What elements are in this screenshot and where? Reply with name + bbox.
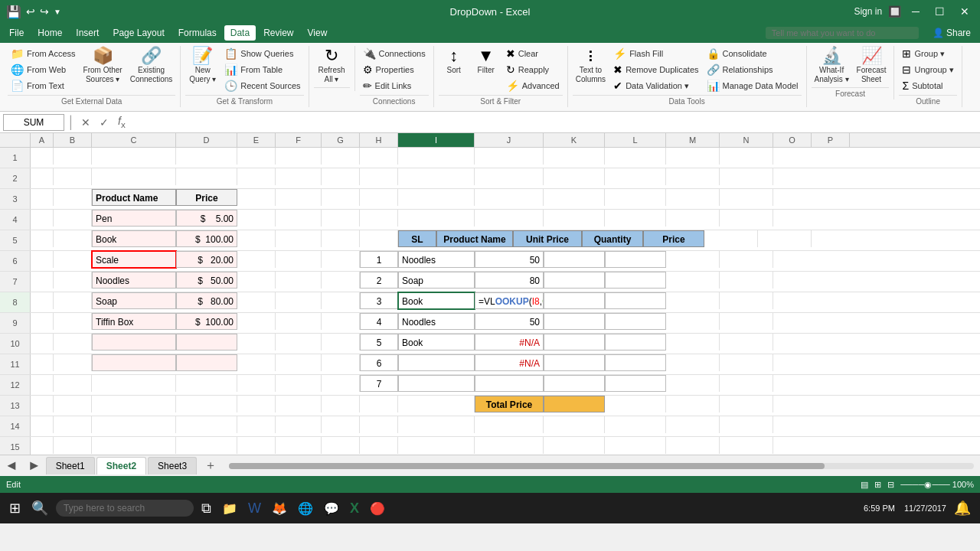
cell-k8[interactable]: [544, 292, 605, 309]
cell-n7[interactable]: [720, 272, 773, 289]
taskbar-search[interactable]: [56, 500, 194, 517]
cell-c2[interactable]: [92, 168, 176, 185]
search-icon[interactable]: 🔍: [28, 497, 51, 520]
name-box[interactable]: [3, 114, 64, 131]
cell-d9[interactable]: $ 100.00: [176, 313, 237, 330]
cell-c6[interactable]: Scale: [92, 251, 176, 268]
flash-fill-button[interactable]: ⚡ Flash Fill: [610, 46, 701, 61]
notifications-icon[interactable]: 🔔: [951, 497, 974, 520]
show-queries-button[interactable]: 📋 Show Queries: [221, 46, 303, 61]
menu-page-layout[interactable]: Page Layout: [106, 25, 170, 41]
cell-h11[interactable]: 6: [360, 354, 398, 371]
cell-a6[interactable]: [31, 251, 54, 268]
cancel-formula-button[interactable]: ✕: [78, 115, 93, 130]
cell-j10[interactable]: #N/A: [475, 334, 544, 350]
menu-review[interactable]: Review: [257, 25, 299, 41]
cell-k5-quantity[interactable]: Quantity: [582, 230, 643, 247]
cell-g4[interactable]: [322, 210, 360, 227]
cell-n6[interactable]: [720, 251, 773, 268]
cell-a10[interactable]: [31, 334, 54, 350]
cell-c7[interactable]: Noodles: [92, 272, 176, 289]
col-header-o[interactable]: O: [773, 133, 812, 147]
cell-j4[interactable]: [475, 210, 544, 227]
cell-a3[interactable]: [31, 189, 54, 206]
cell-j6[interactable]: 50: [475, 251, 544, 268]
cell-j2[interactable]: [475, 168, 544, 185]
cell-c3[interactable]: Product Name: [92, 189, 176, 206]
cell-d3[interactable]: Price: [176, 189, 237, 206]
cell-k1[interactable]: [544, 148, 605, 165]
cell-a13[interactable]: [31, 396, 54, 412]
cell-e5[interactable]: [237, 230, 276, 247]
sheet-tab-2[interactable]: Sheet2: [96, 457, 146, 474]
cell-m2[interactable]: [666, 168, 720, 185]
cell-b9[interactable]: [54, 313, 92, 330]
cell-g13[interactable]: [322, 396, 360, 412]
cell-c10[interactable]: [92, 334, 176, 350]
cell-m7[interactable]: [666, 272, 720, 289]
cell-f7[interactable]: [276, 272, 322, 289]
cell-h2[interactable]: [360, 168, 398, 185]
relationships-button[interactable]: 🔗 Relationships: [704, 62, 802, 77]
cell-i5-productname[interactable]: Product Name: [436, 230, 513, 247]
cell-e2[interactable]: [237, 168, 276, 185]
page-layout-icon[interactable]: ⊞: [874, 480, 881, 490]
cell-j8-formula[interactable]: =VLOOKUP(I8,C6:D11,2,FALSE) VLOOKUP(look…: [475, 292, 544, 309]
cell-k13-total-val[interactable]: [544, 396, 605, 412]
cell-c11[interactable]: [92, 354, 176, 371]
cell-k6[interactable]: [544, 251, 605, 268]
cell-i4[interactable]: [398, 210, 475, 227]
sort-button[interactable]: ↕ Sort: [439, 46, 469, 77]
col-header-c[interactable]: C: [92, 133, 176, 147]
cell-c4[interactable]: Pen: [92, 210, 176, 227]
cell-d6[interactable]: $ 20.00: [176, 251, 237, 268]
cell-a5[interactable]: [31, 230, 54, 247]
manage-data-model-button[interactable]: 📊 Manage Data Model: [704, 78, 802, 93]
add-sheet-button[interactable]: ＋: [198, 455, 223, 477]
cell-g8[interactable]: [322, 292, 360, 309]
cell-g2[interactable]: [322, 168, 360, 185]
col-header-m[interactable]: M: [666, 133, 720, 147]
cell-i10[interactable]: Book: [398, 334, 475, 350]
col-header-l[interactable]: L: [605, 133, 666, 147]
what-if-analysis-button[interactable]: 🔬 What-IfAnalysis ▾: [812, 46, 852, 86]
cell-d4[interactable]: $ 5.00: [176, 210, 237, 227]
consolidate-button[interactable]: 🔒 Consolidate: [704, 46, 802, 61]
cell-m9[interactable]: [666, 313, 720, 330]
page-break-icon[interactable]: ⊟: [887, 480, 894, 490]
menu-insert[interactable]: Insert: [70, 25, 105, 41]
cell-f10[interactable]: [276, 334, 322, 350]
col-header-j[interactable]: J: [475, 133, 544, 147]
cell-j12[interactable]: [475, 375, 544, 392]
cell-e9[interactable]: [237, 313, 276, 330]
word-icon[interactable]: W: [245, 497, 264, 520]
cell-e6[interactable]: [237, 251, 276, 268]
cell-j1[interactable]: [475, 148, 544, 165]
col-header-n[interactable]: N: [720, 133, 773, 147]
cell-n9[interactable]: [720, 313, 773, 330]
data-validation-button[interactable]: ✔ Data Validation ▾: [610, 78, 701, 93]
cell-i12[interactable]: [398, 375, 475, 392]
share-button[interactable]: 👤 Share: [926, 25, 977, 41]
cell-e13[interactable]: [237, 396, 276, 412]
cell-g9[interactable]: [322, 313, 360, 330]
cell-m6[interactable]: [666, 251, 720, 268]
cell-e1[interactable]: [237, 148, 276, 165]
cell-d2[interactable]: [176, 168, 237, 185]
cell-k7[interactable]: [544, 272, 605, 289]
cell-h13[interactable]: [360, 396, 398, 412]
cell-b6[interactable]: [54, 251, 92, 268]
cell-c5[interactable]: Book: [92, 230, 176, 247]
cell-d7[interactable]: $ 50.00: [176, 272, 237, 289]
col-header-b[interactable]: B: [54, 133, 92, 147]
cell-c13[interactable]: [92, 396, 176, 412]
cell-a11[interactable]: [31, 354, 54, 371]
from-access-button[interactable]: 📁 From Access: [8, 46, 79, 61]
normal-view-icon[interactable]: ▤: [861, 480, 868, 490]
filter-button[interactable]: ▼ Filter: [471, 46, 501, 77]
cell-l8[interactable]: [605, 292, 666, 309]
cell-h3[interactable]: [360, 189, 398, 206]
cell-c1[interactable]: [92, 148, 176, 165]
restore-icon[interactable]: 🔲: [888, 5, 901, 18]
cell-b8[interactable]: [54, 292, 92, 309]
